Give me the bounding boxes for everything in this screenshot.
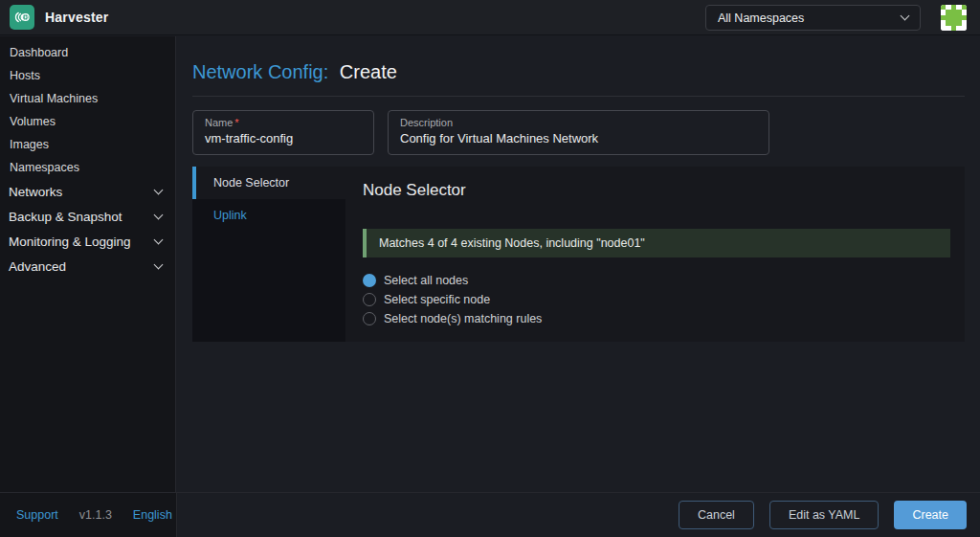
- title-resource-link[interactable]: Network Config:: [192, 61, 328, 82]
- cancel-button[interactable]: Cancel: [679, 501, 754, 529]
- sidebar-group-label: Monitoring & Logging: [9, 235, 131, 249]
- title-divider: [192, 96, 965, 97]
- required-asterisk: *: [234, 117, 238, 128]
- footer-bar: Support v1.1.3 English Cancel Edit as YA…: [0, 492, 980, 537]
- radio-option-label: Select all nodes: [384, 274, 468, 287]
- radio-unselected-icon[interactable]: [363, 293, 376, 306]
- sidebar-group-advanced[interactable]: Advanced: [0, 254, 175, 279]
- tabbed-panel: Node Selector Uplink Node Selector Match…: [192, 167, 965, 342]
- namespace-dropdown-value: All Namespaces: [718, 11, 804, 25]
- radio-option-label: Select node(s) matching rules: [384, 312, 542, 325]
- sidebar-group-backup-snapshot[interactable]: Backup & Snapshot: [0, 204, 175, 229]
- tab-list: Node Selector Uplink: [192, 167, 345, 342]
- success-banner: Matches 4 of 4 existing Nodes, including…: [363, 229, 950, 257]
- name-input[interactable]: vm-traffic-config: [205, 131, 362, 145]
- sidebar-item-hosts[interactable]: Hosts: [0, 64, 175, 87]
- description-input[interactable]: Config for Virtual Machines Network: [400, 131, 757, 145]
- sidebar-group-networks[interactable]: Networks: [0, 179, 175, 204]
- section-heading: Node Selector: [363, 179, 950, 202]
- name-field-label: Name*: [205, 117, 362, 128]
- version-label: v1.1.3: [79, 508, 112, 522]
- chevron-down-icon: [154, 186, 164, 195]
- sidebar-item-dashboard[interactable]: Dashboard: [0, 41, 175, 64]
- radio-unselected-icon[interactable]: [363, 312, 376, 325]
- tab-uplink[interactable]: Uplink: [192, 199, 345, 232]
- sidebar-group-label: Networks: [9, 185, 62, 199]
- radio-option-label: Select specific node: [384, 293, 490, 306]
- chevron-down-icon: [154, 211, 164, 220]
- sidebar-group-label: Advanced: [9, 259, 66, 274]
- create-button[interactable]: Create: [894, 501, 967, 529]
- main-content: Network Config: Create Name* vm-traffic-…: [177, 36, 980, 492]
- user-avatar[interactable]: [941, 5, 967, 31]
- sidebar-group-monitoring-logging[interactable]: Monitoring & Logging: [0, 229, 175, 254]
- sidebar-item-namespaces[interactable]: Namespaces: [0, 156, 175, 179]
- chevron-down-icon: [901, 11, 910, 21]
- description-field-label: Description: [400, 117, 757, 128]
- name-field[interactable]: Name* vm-traffic-config: [192, 110, 374, 155]
- chevron-down-icon: [154, 235, 164, 245]
- top-bar: Harvester All Namespaces: [0, 0, 980, 35]
- radio-selected-icon[interactable]: [363, 274, 376, 287]
- brand-name: Harvester: [45, 10, 108, 25]
- sidebar-item-volumes[interactable]: Volumes: [0, 110, 175, 133]
- radio-option-select-matching-rules[interactable]: Select node(s) matching rules: [363, 309, 950, 328]
- form-actions: Cancel Edit as YAML Create: [177, 492, 980, 537]
- chevron-down-icon: [154, 260, 164, 270]
- sidebar-item-virtual-machines[interactable]: Virtual Machines: [0, 87, 175, 110]
- description-field[interactable]: Description Config for Virtual Machines …: [388, 110, 769, 155]
- radio-option-select-all-nodes[interactable]: Select all nodes: [363, 271, 950, 290]
- radio-option-select-specific-node[interactable]: Select specific node: [363, 290, 950, 309]
- edit-as-yaml-button[interactable]: Edit as YAML: [769, 501, 880, 529]
- tab-content: Node Selector Matches 4 of 4 existing No…: [345, 167, 965, 342]
- sidebar-item-images[interactable]: Images: [0, 133, 175, 156]
- page-title: Network Config: Create: [192, 59, 965, 84]
- sidebar-footer: Support v1.1.3 English: [0, 492, 177, 537]
- language-link[interactable]: English: [133, 508, 172, 522]
- harvester-logo-icon: [10, 5, 34, 30]
- title-action: Create: [340, 61, 397, 82]
- namespace-dropdown[interactable]: All Namespaces: [705, 5, 921, 31]
- sidebar: Dashboard Hosts Virtual Machines Volumes…: [0, 36, 176, 492]
- support-link[interactable]: Support: [16, 508, 58, 522]
- tab-node-selector[interactable]: Node Selector: [192, 167, 345, 199]
- sidebar-group-label: Backup & Snapshot: [9, 210, 122, 224]
